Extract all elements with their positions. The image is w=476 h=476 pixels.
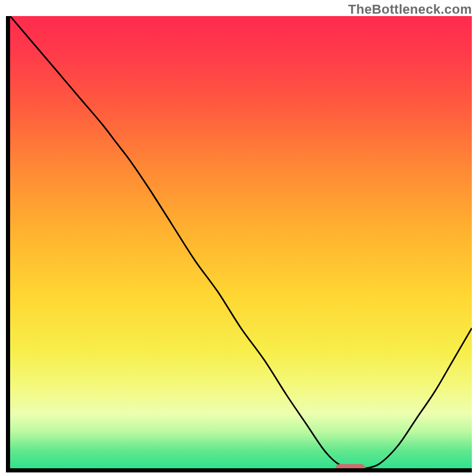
watermark-text: TheBottleneck.com: [348, 2, 472, 17]
chart-axes-frame: [6, 16, 472, 472]
